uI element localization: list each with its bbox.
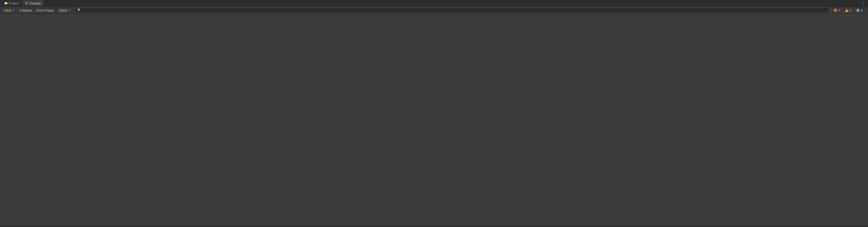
- counter-area: ! 0 0 i 0: [831, 7, 867, 13]
- info-counter[interactable]: i 0: [854, 7, 864, 13]
- editor-dropdown-arrow: ▼: [68, 9, 70, 11]
- info-count: 0: [861, 8, 863, 12]
- tab-console-label: Console: [29, 1, 41, 5]
- warning-icon: [845, 8, 849, 12]
- toolbar: Clear ▼ Collapse Error Pause Editor ▼ 🔍 …: [0, 6, 868, 14]
- tab-project-label: Project: [9, 1, 19, 5]
- console-content: [0, 14, 868, 226]
- search-area: 🔍: [73, 8, 831, 13]
- error-counter[interactable]: ! 0: [831, 7, 842, 13]
- error-icon: !: [833, 8, 838, 12]
- error-pause-button[interactable]: Error Pause: [34, 7, 57, 13]
- tab-project[interactable]: 📁 Project: [1, 0, 22, 6]
- tab-console[interactable]: ☰ Console: [22, 0, 44, 6]
- editor-button[interactable]: Editor ▼: [57, 7, 73, 13]
- warning-count: 0: [850, 8, 851, 12]
- clear-label: Clear: [4, 8, 11, 12]
- collapse-button[interactable]: Collapse: [17, 7, 34, 13]
- search-input-wrapper: 🔍: [75, 8, 829, 13]
- bottom-bar: [0, 226, 868, 227]
- console-icon: ☰: [25, 1, 28, 5]
- tab-bar: 📁 Project ☰ Console ⋮: [0, 0, 868, 6]
- clear-dropdown-arrow: ▼: [12, 9, 14, 11]
- collapse-label: Collapse: [19, 8, 32, 12]
- error-count: 0: [838, 8, 840, 12]
- warning-counter[interactable]: 0: [842, 7, 853, 13]
- info-icon: i: [856, 8, 860, 12]
- editor-label: Editor: [59, 8, 67, 12]
- search-icon: 🔍: [77, 8, 82, 12]
- clear-button[interactable]: Clear ▼: [1, 7, 17, 13]
- folder-icon: 📁: [4, 1, 8, 5]
- error-pause-label: Error Pause: [37, 8, 54, 12]
- search-input[interactable]: [83, 8, 827, 12]
- tab-more-button[interactable]: ⋮: [860, 0, 867, 6]
